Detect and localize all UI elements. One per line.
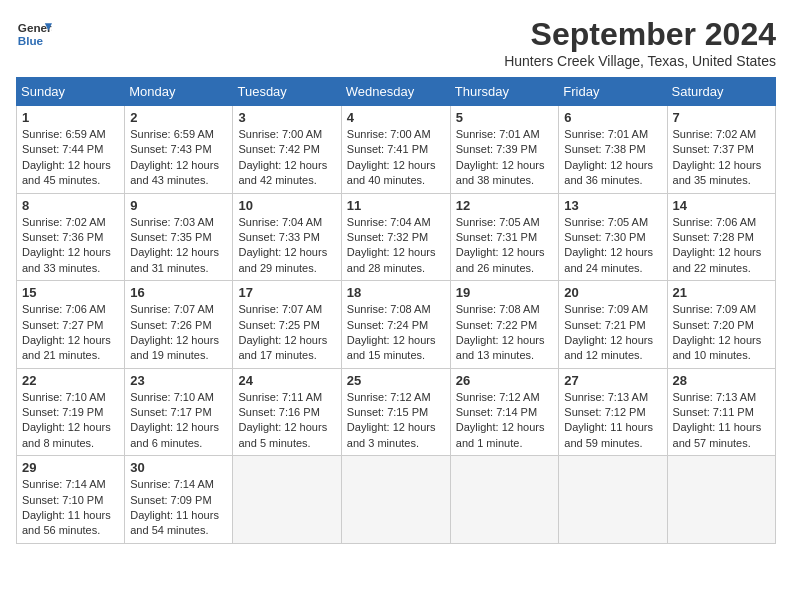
calendar-table: Sunday Monday Tuesday Wednesday Thursday… <box>16 77 776 544</box>
calendar-cell: 9Sunrise: 7:03 AMSunset: 7:35 PMDaylight… <box>125 193 233 281</box>
calendar-cell: 18Sunrise: 7:08 AMSunset: 7:24 PMDayligh… <box>341 281 450 369</box>
day-number: 17 <box>238 285 335 300</box>
day-number: 10 <box>238 198 335 213</box>
day-number: 2 <box>130 110 227 125</box>
day-info: Sunrise: 7:03 AMSunset: 7:35 PMDaylight:… <box>130 216 219 274</box>
day-info: Sunrise: 7:09 AMSunset: 7:20 PMDaylight:… <box>673 303 762 361</box>
calendar-cell <box>559 456 667 544</box>
day-number: 20 <box>564 285 661 300</box>
day-info: Sunrise: 7:14 AMSunset: 7:10 PMDaylight:… <box>22 478 111 536</box>
calendar-cell <box>341 456 450 544</box>
calendar-cell: 11Sunrise: 7:04 AMSunset: 7:32 PMDayligh… <box>341 193 450 281</box>
day-number: 24 <box>238 373 335 388</box>
day-info: Sunrise: 6:59 AMSunset: 7:43 PMDaylight:… <box>130 128 219 186</box>
day-number: 12 <box>456 198 554 213</box>
day-number: 25 <box>347 373 445 388</box>
day-info: Sunrise: 7:02 AMSunset: 7:36 PMDaylight:… <box>22 216 111 274</box>
calendar-cell: 21Sunrise: 7:09 AMSunset: 7:20 PMDayligh… <box>667 281 775 369</box>
calendar-week-4: 22Sunrise: 7:10 AMSunset: 7:19 PMDayligh… <box>17 368 776 456</box>
calendar-cell: 23Sunrise: 7:10 AMSunset: 7:17 PMDayligh… <box>125 368 233 456</box>
day-info: Sunrise: 7:01 AMSunset: 7:39 PMDaylight:… <box>456 128 545 186</box>
calendar-cell: 2Sunrise: 6:59 AMSunset: 7:43 PMDaylight… <box>125 106 233 194</box>
day-number: 14 <box>673 198 770 213</box>
page-header: General Blue September 2024 Hunters Cree… <box>16 16 776 69</box>
day-info: Sunrise: 7:02 AMSunset: 7:37 PMDaylight:… <box>673 128 762 186</box>
day-number: 26 <box>456 373 554 388</box>
day-number: 29 <box>22 460 119 475</box>
day-info: Sunrise: 7:13 AMSunset: 7:11 PMDaylight:… <box>673 391 762 449</box>
calendar-cell: 15Sunrise: 7:06 AMSunset: 7:27 PMDayligh… <box>17 281 125 369</box>
day-info: Sunrise: 7:05 AMSunset: 7:30 PMDaylight:… <box>564 216 653 274</box>
col-saturday: Saturday <box>667 78 775 106</box>
day-info: Sunrise: 7:08 AMSunset: 7:22 PMDaylight:… <box>456 303 545 361</box>
day-number: 18 <box>347 285 445 300</box>
day-info: Sunrise: 7:13 AMSunset: 7:12 PMDaylight:… <box>564 391 653 449</box>
calendar-cell: 19Sunrise: 7:08 AMSunset: 7:22 PMDayligh… <box>450 281 559 369</box>
day-info: Sunrise: 7:01 AMSunset: 7:38 PMDaylight:… <box>564 128 653 186</box>
day-info: Sunrise: 7:12 AMSunset: 7:14 PMDaylight:… <box>456 391 545 449</box>
day-info: Sunrise: 7:10 AMSunset: 7:17 PMDaylight:… <box>130 391 219 449</box>
col-monday: Monday <box>125 78 233 106</box>
day-number: 16 <box>130 285 227 300</box>
calendar-week-1: 1Sunrise: 6:59 AMSunset: 7:44 PMDaylight… <box>17 106 776 194</box>
day-number: 21 <box>673 285 770 300</box>
calendar-cell: 30Sunrise: 7:14 AMSunset: 7:09 PMDayligh… <box>125 456 233 544</box>
col-tuesday: Tuesday <box>233 78 341 106</box>
calendar-cell-1: 1Sunrise: 6:59 AMSunset: 7:44 PMDaylight… <box>17 106 125 194</box>
calendar-cell: 14Sunrise: 7:06 AMSunset: 7:28 PMDayligh… <box>667 193 775 281</box>
day-number: 1 <box>22 110 119 125</box>
day-number: 8 <box>22 198 119 213</box>
calendar-week-3: 15Sunrise: 7:06 AMSunset: 7:27 PMDayligh… <box>17 281 776 369</box>
day-number: 11 <box>347 198 445 213</box>
svg-text:Blue: Blue <box>18 34 44 47</box>
day-info: Sunrise: 7:12 AMSunset: 7:15 PMDaylight:… <box>347 391 436 449</box>
col-wednesday: Wednesday <box>341 78 450 106</box>
calendar-cell: 22Sunrise: 7:10 AMSunset: 7:19 PMDayligh… <box>17 368 125 456</box>
day-number: 22 <box>22 373 119 388</box>
day-number: 5 <box>456 110 554 125</box>
calendar-cell: 12Sunrise: 7:05 AMSunset: 7:31 PMDayligh… <box>450 193 559 281</box>
day-info: Sunrise: 7:14 AMSunset: 7:09 PMDaylight:… <box>130 478 219 536</box>
calendar-header-row: Sunday Monday Tuesday Wednesday Thursday… <box>17 78 776 106</box>
day-number: 9 <box>130 198 227 213</box>
svg-text:General: General <box>18 21 52 34</box>
day-info: Sunrise: 6:59 AMSunset: 7:44 PMDaylight:… <box>22 128 111 186</box>
day-info: Sunrise: 7:07 AMSunset: 7:26 PMDaylight:… <box>130 303 219 361</box>
day-info: Sunrise: 7:04 AMSunset: 7:32 PMDaylight:… <box>347 216 436 274</box>
day-number: 7 <box>673 110 770 125</box>
calendar-week-2: 8Sunrise: 7:02 AMSunset: 7:36 PMDaylight… <box>17 193 776 281</box>
day-number: 19 <box>456 285 554 300</box>
calendar-cell: 10Sunrise: 7:04 AMSunset: 7:33 PMDayligh… <box>233 193 341 281</box>
calendar-cell: 17Sunrise: 7:07 AMSunset: 7:25 PMDayligh… <box>233 281 341 369</box>
logo-icon: General Blue <box>16 16 52 52</box>
calendar-week-5: 29Sunrise: 7:14 AMSunset: 7:10 PMDayligh… <box>17 456 776 544</box>
title-block: September 2024 Hunters Creek Village, Te… <box>504 16 776 69</box>
calendar-cell <box>667 456 775 544</box>
day-number: 3 <box>238 110 335 125</box>
day-number: 6 <box>564 110 661 125</box>
day-number: 28 <box>673 373 770 388</box>
calendar-cell: 26Sunrise: 7:12 AMSunset: 7:14 PMDayligh… <box>450 368 559 456</box>
day-info: Sunrise: 7:00 AMSunset: 7:42 PMDaylight:… <box>238 128 327 186</box>
calendar-cell: 28Sunrise: 7:13 AMSunset: 7:11 PMDayligh… <box>667 368 775 456</box>
day-info: Sunrise: 7:04 AMSunset: 7:33 PMDaylight:… <box>238 216 327 274</box>
day-number: 27 <box>564 373 661 388</box>
col-friday: Friday <box>559 78 667 106</box>
day-info: Sunrise: 7:10 AMSunset: 7:19 PMDaylight:… <box>22 391 111 449</box>
day-info: Sunrise: 7:09 AMSunset: 7:21 PMDaylight:… <box>564 303 653 361</box>
calendar-cell: 5Sunrise: 7:01 AMSunset: 7:39 PMDaylight… <box>450 106 559 194</box>
day-info: Sunrise: 7:08 AMSunset: 7:24 PMDaylight:… <box>347 303 436 361</box>
calendar-cell <box>233 456 341 544</box>
calendar-cell: 27Sunrise: 7:13 AMSunset: 7:12 PMDayligh… <box>559 368 667 456</box>
day-info: Sunrise: 7:06 AMSunset: 7:28 PMDaylight:… <box>673 216 762 274</box>
calendar-cell <box>450 456 559 544</box>
calendar-cell: 13Sunrise: 7:05 AMSunset: 7:30 PMDayligh… <box>559 193 667 281</box>
day-info: Sunrise: 7:07 AMSunset: 7:25 PMDaylight:… <box>238 303 327 361</box>
calendar-cell: 16Sunrise: 7:07 AMSunset: 7:26 PMDayligh… <box>125 281 233 369</box>
col-sunday: Sunday <box>17 78 125 106</box>
calendar-cell: 8Sunrise: 7:02 AMSunset: 7:36 PMDaylight… <box>17 193 125 281</box>
calendar-cell: 20Sunrise: 7:09 AMSunset: 7:21 PMDayligh… <box>559 281 667 369</box>
col-thursday: Thursday <box>450 78 559 106</box>
logo: General Blue <box>16 16 52 52</box>
day-number: 4 <box>347 110 445 125</box>
